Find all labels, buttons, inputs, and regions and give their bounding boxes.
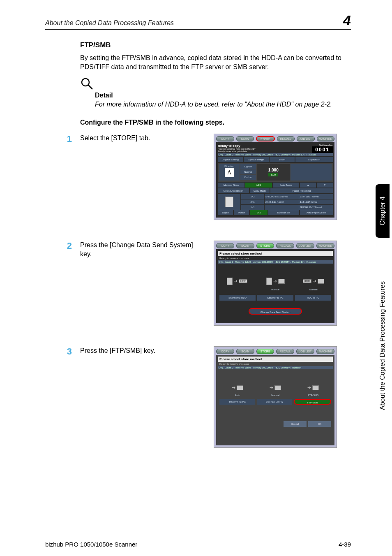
ss2-grid: HDD Manual <box>219 276 331 291</box>
ss3-tabbar: COPY SCAN STORE RECALL JOB LIST MACHINE <box>216 349 334 354</box>
ss1-chip-application[interactable]: Application <box>295 157 333 162</box>
pc-icon <box>274 385 281 390</box>
ss1-tab-joblist[interactable]: JOB LIST <box>297 136 315 141</box>
side-tab-title: About the Copied Data Processing Feature… <box>376 247 390 444</box>
ss3-rotation: Rotation <box>292 366 301 369</box>
ss3-ftpsmb-button[interactable]: FTP/SMB <box>294 399 331 405</box>
ss1-output-icon[interactable] <box>218 194 240 210</box>
ss1-mode-1-2[interactable]: 1>2 <box>241 194 264 199</box>
ss1-density-darker[interactable]: Darker <box>240 175 256 180</box>
ss1-tab-machine[interactable]: MACHINE <box>317 136 335 141</box>
ss2-title: Please select store method <box>218 251 333 256</box>
section-heading-ftpsmb: FTP/SMB <box>80 41 351 49</box>
ss3-reserve-job: Reserve Job 0 <box>235 366 251 369</box>
ss1-app-area <box>291 164 332 181</box>
ss3-cell-auto: Auto <box>219 383 256 396</box>
ss1-aes-button[interactable]: AES <box>245 183 272 188</box>
ss1-paper-10[interactable]: 2 A4 8.5x11 Normal <box>265 199 299 204</box>
ss1-mode-2-2[interactable]: 2>2 <box>250 210 267 215</box>
step-3: 3 Press the [FTP/SMB] key. COPY SCAN STO… <box>60 346 351 448</box>
arrow-icon <box>307 385 311 390</box>
step-1-number: 1 <box>60 134 72 144</box>
ss1-chip-special[interactable]: Special Image <box>244 157 269 162</box>
ss1-auto-paper-button[interactable]: Auto Paper Select <box>300 210 333 215</box>
ss1-ready-sub2: Ready to receive print data <box>218 150 256 153</box>
ss1-paper-20[interactable] <box>265 205 299 210</box>
ss3-tab-copy[interactable]: COPY <box>216 349 234 354</box>
step-3-number: 3 <box>60 346 72 356</box>
step-1-text: Select the [STORE] tab. <box>80 134 205 143</box>
ss3-operate-on-pc-button[interactable]: Operate On PC <box>257 399 293 405</box>
ss1-direction-A-icon: A <box>225 168 234 177</box>
arrow-icon <box>232 385 235 390</box>
configure-heading: Configure the FTP/SMB in the following s… <box>80 119 351 126</box>
ss1-reserve-job: Reserve Job 0 <box>235 153 251 156</box>
arrow-icon <box>270 385 273 390</box>
ss1-direction[interactable]: Direction A <box>219 164 240 181</box>
ss3-tab-recall[interactable]: RECALL <box>276 349 294 354</box>
ss3-tab-machine[interactable]: MACHINE <box>316 349 334 354</box>
ss1-auto-zoom-button[interactable]: Auto Zoom <box>273 183 300 188</box>
ss1-ready: Ready to copy <box>218 144 240 148</box>
ss1-tab-copy[interactable]: COPY <box>216 136 234 141</box>
ss2-tab-machine[interactable]: MACHINE <box>316 243 334 248</box>
ss2-tab-copy[interactable]: COPY <box>216 243 234 248</box>
ss1-chip-original[interactable]: Original Setting <box>218 157 243 162</box>
ss1-zoom[interactable]: 1.000 x1.0 <box>257 164 290 181</box>
ss1-rotation-off-button[interactable]: Rotation Off <box>268 210 299 215</box>
ss1-memory-scan-button[interactable]: Memory Scan <box>218 183 244 188</box>
ss1-tab-store[interactable]: STORE <box>256 136 275 141</box>
ss3-ok-button[interactable]: OK <box>308 421 331 427</box>
step-1: 1 Select the [STORE] tab. COPY SCAN STOR… <box>60 134 351 220</box>
ss2-scanner-to-hdd-button[interactable]: Scanner to HDD <box>219 295 256 301</box>
ss2-scanner-to-pc-button[interactable]: Scanner to PC <box>257 295 293 301</box>
ss2-change-data-send-system-button[interactable]: Change Data Send System <box>249 308 302 315</box>
ss1-density-normal[interactable]: Normal <box>240 169 256 174</box>
ss1-infobar: Orig. Count 0 Reserve Job 0 Memory 100.0… <box>218 153 333 156</box>
ss3-transmit-to-pc-button[interactable]: Transmit To PC <box>219 399 255 405</box>
ss3-tab-joblist[interactable]: JOB LIST <box>296 349 314 354</box>
ss3-tab-scan[interactable]: SCAN <box>236 349 254 354</box>
ss1-mode-1-1[interactable]: 1>1 <box>241 205 264 210</box>
ss1-staple-button[interactable]: Staple <box>218 210 233 215</box>
ss2-rotation: Rotation <box>307 261 316 263</box>
arrow-icon <box>273 278 277 284</box>
ss1-density-lighter[interactable]: Lighter <box>240 164 256 169</box>
ss2-tab-scan[interactable]: SCAN <box>236 243 254 248</box>
ss1-tabbar: COPY SCAN STORE RECALL JOB LIST MACHINE <box>216 136 334 141</box>
ss1-paper-11[interactable]: 3 A3 11x17 Normal <box>299 199 333 204</box>
ss3-action-row: Transmit To PC Operate On PC FTP/SMB <box>219 399 331 405</box>
ss1-paper-00[interactable]: SPECIAL 8.5x11 Normal <box>265 194 299 199</box>
ss3-tab-store[interactable]: STORE <box>256 349 274 354</box>
ss3-cell-ftpsmb: FTP/SMB <box>295 383 331 396</box>
ss1-copy-mode-list: 1>2 2>1 1>1 <box>241 194 264 210</box>
ss1-punch-button[interactable]: Punch <box>234 210 249 215</box>
ss1-output-app[interactable]: Output Application <box>218 188 249 193</box>
ss2-modem-err: Modem Err. <box>292 261 305 263</box>
hdd-icon: HDD <box>303 279 311 283</box>
ss1-mode-2-1[interactable]: 2>1 <box>241 199 264 204</box>
ss3-cell0-label: Auto <box>219 394 256 396</box>
ss2-hdd-to-pc-button[interactable]: HDD to PC <box>295 295 331 301</box>
ss1-paper-list: SPECIAL 8.5x11 Normal 1 A4R 11x17 Normal… <box>265 194 333 210</box>
ss1-tab-scan[interactable]: SCAN <box>236 136 254 141</box>
ss3-cell1-label: Manual <box>257 394 293 396</box>
ss2-tab-joblist[interactable]: JOB LIST <box>296 243 314 248</box>
ss1-chip-zoom[interactable]: Zoom <box>270 157 295 162</box>
footer-right: 4-39 <box>339 541 351 548</box>
ss1-action-row: Memory Scan AES Auto Zoom ▲ ▼ <box>218 183 333 188</box>
ss1-up-button[interactable]: ▲ <box>300 183 316 188</box>
ss3-cell2-label: FTP/SMB <box>295 394 331 396</box>
ss1-category-row: Original Setting Special Image Zoom Appl… <box>218 157 333 162</box>
ss1-paper-01[interactable]: 1 A4R 11x17 Normal <box>299 194 333 199</box>
pc-icon <box>278 279 285 284</box>
ss1-down-button[interactable]: ▼ <box>317 183 333 188</box>
ss1-orig-count: Orig. Count 0 <box>219 153 233 156</box>
ss2-tab-recall[interactable]: RECALL <box>276 243 294 248</box>
ss3-cancel-button[interactable]: Cancel <box>284 421 307 427</box>
ss2-icon-hdd-pc: HDD <box>295 276 331 287</box>
ss1-paper-21[interactable]: SPECIAL 11x17 Normal <box>299 205 333 210</box>
ss1-tab-recall[interactable]: RECALL <box>277 136 295 141</box>
ss1-density: Lighter Normal Darker <box>240 164 256 181</box>
ss2-tab-store[interactable]: STORE <box>256 243 274 248</box>
